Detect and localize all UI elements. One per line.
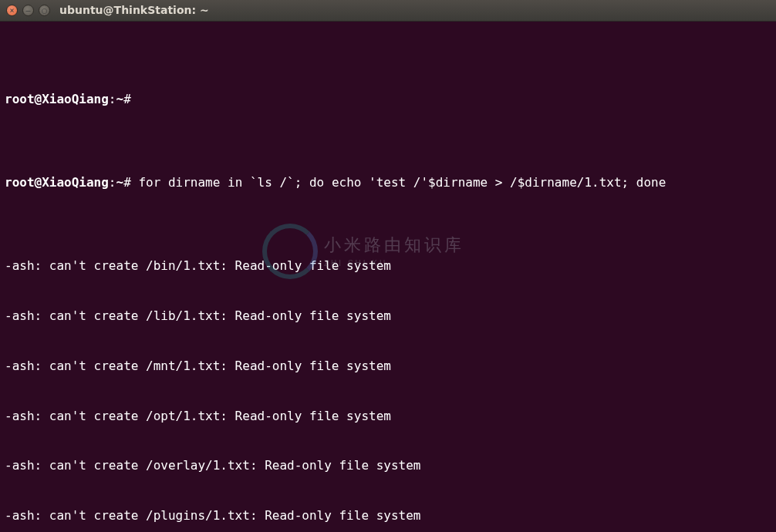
prompt-sep: : [109,175,116,190]
prompt-user: root@XiaoQiang [5,92,109,106]
prompt-user: root@XiaoQiang [5,175,109,190]
output-line: -ash: can't create /overlay/1.txt: Read-… [5,457,771,474]
prompt-path: ~ [116,175,124,190]
output-line: -ash: can't create /mnt/1.txt: Read-only… [5,358,771,375]
prompt-path: ~ [116,92,124,106]
prompt-end: # [123,92,131,106]
command-text: for dirname in `ls /`; do echo 'test /'$… [138,175,666,190]
prompt-end: # [123,175,131,190]
window-title: ubuntu@ThinkStation: ~ [59,3,209,18]
window-controls: × – ▢ [6,5,50,16]
minimize-button[interactable]: – [22,5,34,16]
terminal-viewport[interactable]: root@XiaoQiang:~# root@XiaoQiang:~# for … [0,22,776,532]
output-line: -ash: can't create /opt/1.txt: Read-only… [5,408,771,425]
command-line: root@XiaoQiang:~# for dirname in `ls /`;… [5,174,771,191]
window-titlebar: × – ▢ ubuntu@ThinkStation: ~ [0,0,776,22]
prompt-sep: : [109,92,116,106]
prompt-line: root@XiaoQiang:~# [5,91,771,108]
output-line: -ash: can't create /lib/1.txt: Read-only… [5,308,771,325]
output-line: -ash: can't create /plugins/1.txt: Read-… [5,507,771,524]
maximize-button[interactable]: ▢ [39,5,50,16]
close-button[interactable]: × [6,5,18,16]
output-line: -ash: can't create /bin/1.txt: Read-only… [5,258,771,274]
